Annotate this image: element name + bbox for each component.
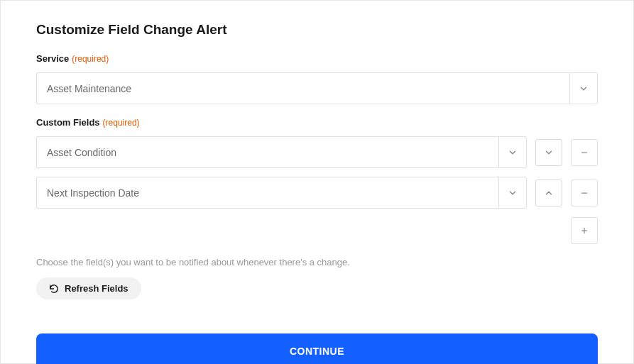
custom-field-select-value: Asset Condition — [47, 147, 116, 158]
chevron-up-icon — [544, 188, 554, 198]
service-select-value: Asset Maintenance — [47, 83, 131, 94]
minus-icon — [580, 148, 589, 157]
minus-icon — [580, 189, 589, 197]
refresh-fields-label: Refresh Fields — [65, 283, 129, 294]
move-up-button[interactable] — [535, 180, 562, 206]
add-field-button[interactable] — [571, 217, 598, 244]
remove-field-button[interactable] — [571, 180, 598, 206]
custom-field-select-chevron-button[interactable] — [498, 177, 527, 209]
chevron-down-icon — [508, 188, 518, 198]
helper-text: Choose the field(s) you want to be notif… — [36, 257, 598, 268]
service-label-text: Service — [36, 53, 69, 64]
service-select-chevron-button[interactable] — [569, 72, 598, 104]
refresh-fields-button[interactable]: Refresh Fields — [36, 277, 141, 299]
custom-field-select-input[interactable]: Asset Condition — [36, 136, 498, 168]
form-container: Customize Field Change Alert Service (re… — [0, 0, 634, 364]
continue-button[interactable]: CONTINUE — [36, 333, 598, 364]
chevron-down-icon — [579, 84, 589, 94]
custom-field-row: Next Inspection Date — [36, 177, 598, 209]
custom-fields-required-text: (required) — [103, 118, 140, 128]
chevron-down-icon — [508, 148, 518, 158]
custom-field-select[interactable]: Next Inspection Date — [36, 177, 527, 209]
service-field-group: Service (required) Asset Maintenance — [36, 53, 598, 104]
plus-icon — [580, 226, 589, 235]
custom-field-select[interactable]: Asset Condition — [36, 136, 527, 168]
remove-field-button[interactable] — [571, 139, 598, 166]
custom-fields-label-text: Custom Fields — [36, 117, 100, 128]
custom-field-select-value: Next Inspection Date — [47, 187, 139, 199]
custom-field-select-chevron-button[interactable] — [498, 136, 527, 168]
custom-fields-group: Custom Fields (required) Asset Condition — [36, 117, 598, 299]
add-row-container — [36, 217, 598, 244]
service-label: Service (required) — [36, 53, 598, 64]
service-select-input[interactable]: Asset Maintenance — [36, 72, 569, 104]
custom-fields-rows: Asset Condition Next Inspection Date — [36, 136, 598, 209]
custom-field-select-input[interactable]: Next Inspection Date — [36, 177, 498, 209]
custom-fields-label: Custom Fields (required) — [36, 117, 598, 128]
page-title: Customize Field Change Alert — [36, 22, 598, 38]
chevron-down-icon — [544, 148, 554, 158]
custom-field-row: Asset Condition — [36, 136, 598, 168]
refresh-icon — [49, 284, 59, 294]
service-required-text: (required) — [72, 54, 109, 64]
service-select[interactable]: Asset Maintenance — [36, 72, 598, 104]
move-down-button[interactable] — [535, 139, 562, 166]
